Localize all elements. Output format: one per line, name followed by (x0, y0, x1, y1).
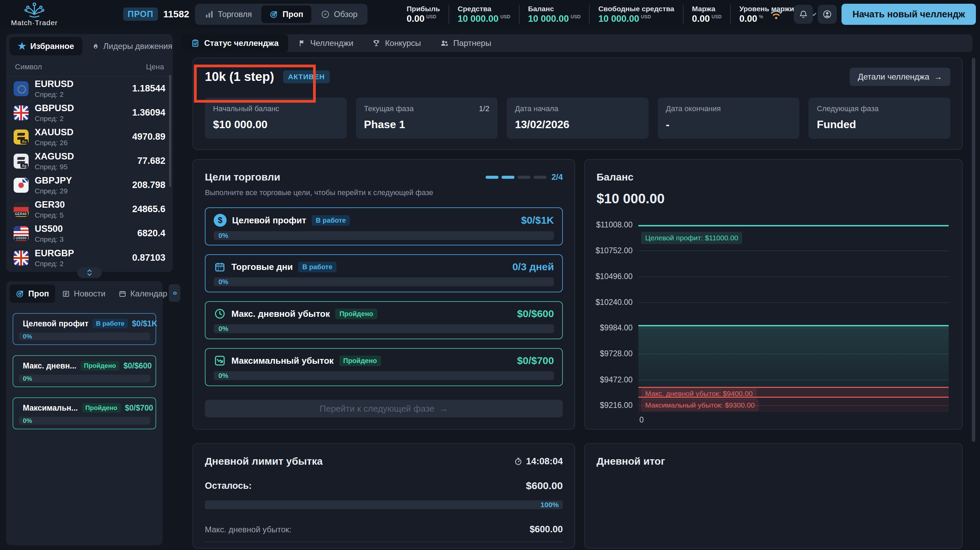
target-icon (269, 10, 278, 19)
watchlist-tabs: ★ Избранное Лидеры движения › (6, 34, 173, 59)
nav-item-prop[interactable]: Проп (261, 5, 311, 23)
daily-loss-progress-pct: 100% (540, 500, 559, 509)
goal-card-trading-days: Торговые дни В работе 0/3 дней 0% (205, 254, 563, 292)
nav-item-overview[interactable]: Обзор (313, 5, 366, 23)
panel-expand-button[interactable]: ‹› (169, 284, 180, 302)
stat-margin: Маржа 0.00USD (683, 5, 730, 24)
nav-label: Проп (282, 10, 303, 19)
tab-calendar[interactable]: Календар (112, 285, 173, 303)
goal-card-max-daily-loss: Макс. дневной убыток Пройдено $0/$600 0% (205, 301, 563, 339)
silver-icon: Ag (14, 154, 29, 169)
tab-contests[interactable]: Конкурсы (363, 34, 430, 52)
nav-label: Торговля (218, 10, 252, 19)
balance-chart: $11008.00 $10752.00 $10496.00 $10240.00 … (585, 160, 962, 429)
status-badge: Пройдено (82, 403, 121, 413)
sidebar-bottom-panel: Проп Новости Календар › Целевой профит В… (6, 281, 163, 545)
gold-icon: Au (14, 130, 29, 144)
watchlist-row-eurgbp[interactable]: EURGBPСпред: 2 0.87103 (6, 246, 173, 270)
col-symbol: Символ (15, 63, 42, 71)
remaining-value: $600.00 (526, 480, 563, 491)
sidebar-collapse-button[interactable] (77, 267, 102, 278)
start-new-challenge-button[interactable]: Начать новый челлендж (842, 4, 976, 25)
tab-favorites[interactable]: ★ Избранное (10, 37, 82, 55)
status-badge: Пройдено (335, 309, 377, 319)
status-badge: В работе (298, 262, 336, 272)
daily-loss-title: Дневной лимит убытка (205, 455, 323, 467)
max-loss-line (638, 397, 949, 398)
progress-bar: 0% (19, 417, 150, 425)
chart-down-icon (214, 355, 226, 367)
clock-icon (214, 307, 226, 320)
news-icon (62, 290, 70, 298)
watchlist-row-xagusd[interactable]: Ag XAGUSDСпред: 95 77.682 (6, 149, 173, 173)
max-daily-loss-value: $600.00 (530, 524, 563, 535)
calendar-icon (214, 261, 226, 273)
gbpusd-flag-icon (14, 105, 29, 120)
tab-prop[interactable]: Проп (10, 285, 55, 303)
watchlist-row-ger30[interactable]: GER40 GER30Спред: 5 24865.6 (6, 198, 173, 222)
goals-title: Цели торговли (205, 171, 280, 183)
tab-top-movers[interactable]: Лидеры движения (84, 37, 181, 55)
col-price: Цена (146, 63, 164, 71)
stat-free-margin: Свободные средства 10 000.00USD (589, 5, 682, 24)
goals-progress-dashes (485, 176, 546, 179)
target-profit-label: Целевой профит: $11000.00 (641, 232, 742, 244)
balance-area-fill (638, 327, 949, 387)
eurgbp-flag-icon (14, 250, 29, 265)
gbpjpy-flag-icon (14, 178, 29, 193)
daily-summary-panel: Дневной итог (584, 443, 963, 548)
goal-card-max-loss: Максимальный убыток Пройдено $0/$700 0% (205, 348, 563, 386)
progress-bar: 0% (214, 371, 554, 380)
x-axis-tick: 0 (640, 415, 644, 425)
watchlist-row-xauusd[interactable]: Au XAUUSDСпред: 26 4970.89 (6, 125, 173, 149)
watchlist-scrollbar[interactable] (169, 75, 171, 187)
account-selector[interactable]: ПРОП 11582 (123, 8, 204, 21)
watchlist-row-eurusd[interactable]: EURUSDСпред: 2 1.18544 (6, 77, 173, 101)
daily-loss-timer: 14:08:04 (514, 456, 563, 467)
max-daily-loss-label: Макс. дневной убыток: (205, 525, 291, 534)
dollar-icon: $ (214, 214, 227, 227)
divider (205, 542, 563, 542)
app-logo: Match·Trader (9, 2, 60, 27)
phase-counter: 1/2 (479, 105, 490, 113)
highlight-annotation-box (194, 65, 316, 103)
daily-summary-title: Дневной итог (597, 455, 950, 467)
mini-goal-max-loss: Максимальн... Пройдено $0/$700 0% (13, 397, 156, 430)
notifications-button[interactable] (794, 5, 813, 24)
prop-section-tabs: Статус челленджа Челленджи Конкурсы Парт… (181, 34, 972, 52)
info-card-initial-balance: Начальный баланс $10 000.00 (205, 98, 347, 139)
nav-item-trading[interactable]: Торговля (197, 5, 260, 23)
tab-partners[interactable]: Партнеры (430, 34, 501, 52)
trading-goals-panel: Цели торговли 2/4 Выполните все торговые… (192, 159, 575, 430)
info-card-start-date: Дата начала 13/02/2026 (507, 98, 649, 139)
watchlist-row-us500[interactable]: US500 US500Спред: 3 6820.4 (6, 222, 173, 246)
flame-icon (92, 42, 99, 51)
top-header: Match·Trader ПРОП 11582 Торговля Проп Об… (0, 0, 980, 29)
tab-challenge-status[interactable]: Статус челленджа (181, 34, 288, 52)
star-icon: ★ (18, 41, 26, 51)
watchlist-header: Символ Цена (6, 59, 173, 77)
watchlist-row-gbpjpy[interactable]: GBPJPYСпред: 29 208.798 (6, 173, 173, 198)
target-profit-line (638, 225, 949, 227)
bell-icon (799, 10, 808, 19)
main-scrollbar[interactable] (972, 58, 975, 442)
profile-button[interactable] (818, 5, 837, 24)
nav-label: Обзор (334, 10, 357, 19)
compass-icon (321, 10, 330, 19)
arrow-right-icon: → (934, 72, 942, 82)
goal-card-profit-target: $ Целевой профит В работе $0/$1K 0% (205, 208, 563, 246)
tab-challenges[interactable]: Челленджи (288, 34, 363, 52)
connection-signal-icon (769, 8, 784, 21)
app-logo-text: Match·Trader (9, 19, 60, 27)
target-icon (16, 289, 24, 298)
account-id: 11582 (163, 9, 189, 20)
challenge-details-button[interactable]: Детали челленджа → (850, 68, 950, 86)
clipboard-check-icon (191, 39, 200, 48)
watchlist-row-gbpusd[interactable]: GBPUSDСпред: 2 1.36094 (6, 101, 173, 125)
next-phase-button[interactable]: Перейти к следующей фазе → (205, 400, 563, 417)
status-badge: Пройдено (81, 361, 119, 371)
tab-news[interactable]: Новости (56, 285, 111, 303)
goals-progress-counter: 2/4 (552, 172, 563, 182)
progress-bar: 0% (214, 324, 554, 333)
arrow-right-icon: → (439, 404, 448, 414)
